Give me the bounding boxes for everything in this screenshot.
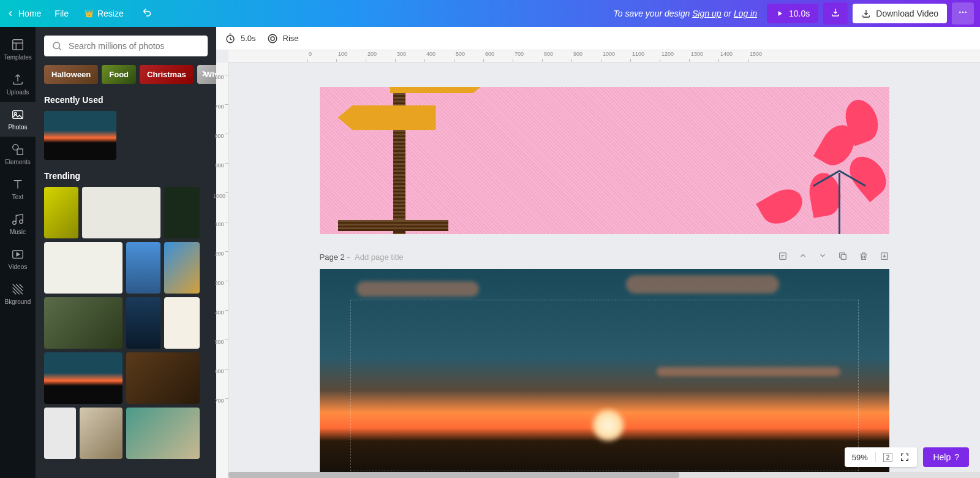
download-video-button[interactable]: Download Video: [853, 4, 947, 23]
photo-thumbnail[interactable]: [164, 187, 200, 238]
photo-thumbnail[interactable]: [164, 297, 200, 349]
chevron-right-icon: [199, 69, 209, 78]
page-add-button[interactable]: [880, 251, 889, 263]
svg-rect-14: [841, 254, 846, 259]
tag-food[interactable]: Food: [102, 65, 136, 84]
home-button[interactable]: Home: [6, 9, 41, 18]
page-title-input[interactable]: Add page title: [355, 252, 404, 262]
page-duplicate-button[interactable]: [838, 251, 848, 263]
header-left: Home File 👑 Resize: [6, 5, 158, 22]
animation-icon: [267, 33, 278, 44]
photo-thumbnail[interactable]: [44, 297, 123, 349]
photo-thumbnail[interactable]: [44, 187, 78, 238]
sidebar-item-elements[interactable]: Elements: [0, 137, 36, 172]
svg-rect-13: [779, 253, 786, 260]
animation-control[interactable]: Rise: [267, 33, 299, 44]
page-delete-button[interactable]: [859, 251, 869, 263]
sidebar-item-photos[interactable]: Photos: [0, 102, 36, 137]
file-button[interactable]: File: [52, 5, 71, 22]
horizontal-ruler: 0100200300400500600700800900100011001200…: [228, 50, 980, 63]
svg-point-11: [268, 34, 277, 43]
elements-icon: [11, 143, 24, 156]
background-icon: [11, 283, 24, 296]
page-1-canvas[interactable]: [320, 87, 889, 234]
download-icon-button[interactable]: [823, 2, 848, 25]
tag-christmas[interactable]: Christmas: [140, 65, 194, 84]
more-button[interactable]: [952, 2, 974, 25]
timing-control[interactable]: 5.0s: [225, 33, 256, 44]
videos-icon: [11, 248, 24, 261]
signup-link[interactable]: Sign up: [692, 9, 721, 18]
signpost-graphic[interactable]: [356, 87, 405, 234]
resize-button[interactable]: 👑 Resize: [82, 5, 126, 22]
help-icon: ?: [954, 452, 959, 462]
recent-photo-thumbnail[interactable]: [44, 111, 116, 160]
photo-thumbnail[interactable]: [126, 297, 160, 349]
vertical-ruler: 6007008009001000100200300400500600700: [216, 63, 228, 478]
svg-point-2: [965, 12, 967, 13]
photo-thumbnail[interactable]: [82, 187, 160, 238]
crown-icon: 👑: [85, 9, 94, 18]
svg-rect-7: [17, 149, 23, 154]
tag-row: Halloween Food Christmas White: [44, 65, 208, 84]
search-box[interactable]: [44, 36, 208, 56]
page-up-button[interactable]: [799, 251, 807, 263]
top-header: Home File 👑 Resize To save your design S…: [0, 0, 980, 27]
canvas-toolbar: 5.0s Rise: [216, 27, 980, 50]
search-input[interactable]: [69, 41, 200, 51]
page-2-header: Page 2 - Add page title: [320, 251, 889, 263]
download-icon: [861, 9, 871, 18]
svg-point-0: [959, 12, 961, 13]
fullscreen-icon[interactable]: [900, 452, 910, 462]
page-down-button[interactable]: [818, 251, 827, 263]
page-count: 2: [883, 453, 893, 462]
tags-next-button[interactable]: [199, 69, 209, 81]
photo-thumbnail[interactable]: [44, 352, 123, 404]
photo-thumbnail[interactable]: [126, 242, 160, 294]
svg-point-1: [962, 12, 964, 13]
photo-thumbnail[interactable]: [126, 408, 200, 459]
play-button[interactable]: 10.0s: [767, 4, 818, 23]
music-icon: [11, 213, 24, 226]
save-prompt: To save your design Sign up or Log in: [613, 9, 757, 18]
photo-thumbnail[interactable]: [80, 408, 123, 459]
page-notes-button[interactable]: [778, 251, 788, 263]
main-layout: Templates Uploads Photos Elements Text M…: [0, 27, 980, 478]
sidebar-item-background[interactable]: Bkground: [0, 276, 36, 311]
trending-grid: [44, 187, 208, 459]
canvas-content[interactable]: Page 2 - Add page title: [228, 63, 980, 478]
zoom-control[interactable]: 59% 2: [845, 447, 918, 467]
tag-halloween[interactable]: Halloween: [44, 65, 98, 84]
download-icon: [831, 7, 840, 17]
plants-graphic[interactable]: [748, 99, 889, 234]
resize-label: Resize: [97, 9, 124, 18]
sidebar-item-templates[interactable]: Templates: [0, 32, 36, 67]
clock-icon: [225, 33, 236, 44]
sidebar-item-text[interactable]: Text: [0, 172, 36, 207]
svg-point-12: [271, 37, 274, 40]
duration-label: 10.0s: [789, 9, 810, 18]
uploads-icon: [11, 73, 24, 86]
page-2-canvas[interactable]: [320, 269, 889, 478]
download-video-label: Download Video: [876, 9, 938, 18]
sidebar-item-music[interactable]: Music: [0, 207, 36, 241]
sidebar-item-uploads[interactable]: Uploads: [0, 67, 36, 102]
help-button[interactable]: Help ?: [923, 447, 969, 467]
horizontal-scrollbar[interactable]: [228, 472, 980, 478]
photo-thumbnail[interactable]: [44, 242, 123, 294]
header-right: To save your design Sign up or Log in 10…: [613, 2, 974, 25]
text-icon: [11, 178, 24, 191]
login-link[interactable]: Log in: [734, 9, 757, 18]
photo-thumbnail[interactable]: [164, 242, 200, 294]
undo-button[interactable]: [137, 7, 158, 20]
sidebar-item-videos[interactable]: Videos: [0, 241, 36, 276]
photo-thumbnail[interactable]: [44, 408, 76, 459]
icon-sidebar: Templates Uploads Photos Elements Text M…: [0, 27, 36, 478]
search-icon: [51, 40, 62, 51]
trending-heading: Trending: [44, 171, 208, 181]
bottom-controls: 59% 2 Help ?: [845, 447, 969, 467]
play-icon: [775, 9, 784, 18]
photo-thumbnail[interactable]: [126, 352, 200, 404]
more-icon: [958, 7, 968, 17]
svg-point-9: [53, 42, 60, 49]
